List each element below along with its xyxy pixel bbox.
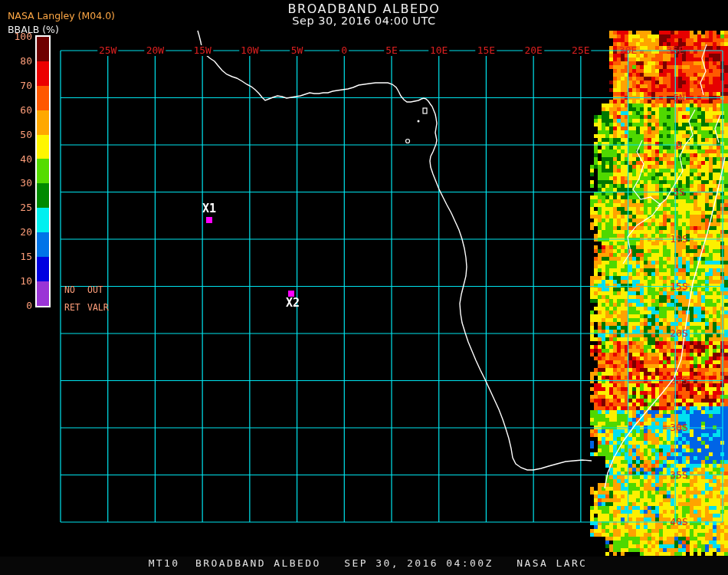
lat-label: 5S: [671, 187, 687, 198]
lat-label: 40S: [668, 517, 689, 527]
lon-label: 15W: [192, 45, 212, 56]
colorbar-segment: [37, 110, 49, 135]
lat-label: 0: [674, 140, 684, 150]
flag-no: NO: [64, 284, 87, 295]
river-line: [700, 44, 707, 95]
colorbar-tick: 60: [0, 105, 32, 116]
lon-label: 25W: [97, 45, 118, 56]
lon-label: 20E: [523, 45, 543, 56]
river-line: [715, 115, 720, 143]
river-line: [623, 140, 661, 264]
marker-label-x1: X1: [202, 202, 216, 215]
lon-label: 25E: [570, 45, 591, 56]
colorbar-tick: 100: [0, 31, 32, 42]
flag-out: OUT: [87, 284, 103, 295]
lon-label: 30E: [618, 45, 638, 56]
colorbar-segment: [37, 281, 49, 306]
colorbar-tick: 0: [0, 301, 32, 311]
flag-valr: VALR: [87, 302, 109, 313]
colorbar-tick: 40: [0, 154, 32, 165]
lat-label: 20S: [668, 328, 689, 339]
lon-label: 5W: [290, 45, 305, 56]
colorbar-segment: [37, 37, 49, 61]
colorbar-tick: 25: [0, 202, 32, 213]
marker-square-x1: [206, 217, 212, 223]
lat-label: 25S: [668, 376, 689, 386]
island: [423, 108, 427, 113]
colorbar-tick: 30: [0, 178, 32, 189]
coastline: [605, 157, 725, 488]
lon-label: 20W: [145, 45, 166, 56]
org-label: NASA Langley (M04.0): [8, 10, 115, 21]
colorbar-segment: [37, 135, 49, 159]
colorbar-segment: [37, 183, 49, 208]
colorbar-tick: 20: [0, 227, 32, 238]
colorbar-tick: 15: [0, 251, 32, 262]
lon-label: 5E: [384, 45, 399, 56]
lat-label: 10S: [668, 234, 689, 245]
colorbar-segment: [37, 61, 49, 86]
lon-label: 10E: [428, 45, 449, 56]
lon-label: 0: [339, 45, 349, 56]
colorbar-segment: [37, 257, 49, 281]
colorbar-tick: 80: [0, 56, 32, 67]
coastline: [198, 31, 592, 470]
lat-label: 35S: [668, 470, 689, 481]
island: [418, 120, 420, 123]
lat-label: 15S: [668, 281, 689, 292]
footer-caption: MT10 BROADBAND ALBEDO SEP 30, 2016 04:00…: [38, 557, 697, 569]
colorbar-segment: [37, 208, 49, 232]
lon-label: 10W: [239, 45, 260, 56]
lat-label: 5N: [671, 93, 687, 104]
lat-label: 30S: [668, 422, 689, 433]
colorbar-segment: [37, 86, 49, 110]
flag-ret: RET: [64, 302, 87, 313]
colorbar-tick: 50: [0, 130, 32, 140]
lon-label: 15E: [476, 45, 497, 56]
colorbar-segment: [37, 159, 49, 183]
colorbar-tick: 10: [0, 276, 32, 287]
colorbar-segment: [37, 232, 49, 257]
map-overlay: [0, 0, 728, 575]
albedo-viewer: BROADBAND ALBEDO Sep 30, 2016 04:00 UTC …: [0, 0, 728, 575]
flag-row-2: RET VALR: [64, 302, 109, 313]
colorbar: [35, 35, 51, 307]
island: [406, 140, 410, 143]
marker-label-x2: X2: [286, 297, 300, 309]
colorbar-tick: 70: [0, 80, 32, 91]
flag-row-1: NO OUT: [64, 284, 103, 295]
lon-label: 35E: [665, 45, 686, 56]
